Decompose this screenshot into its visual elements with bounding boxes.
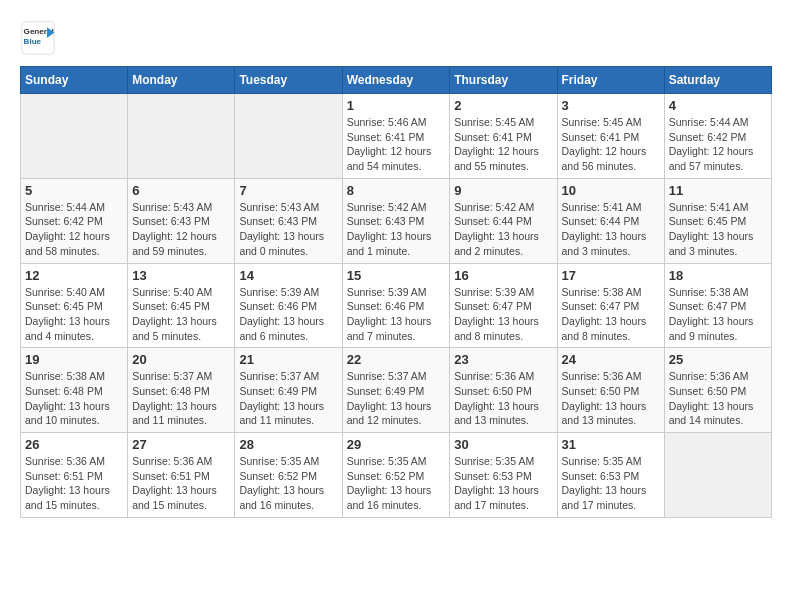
day-info: Sunrise: 5:36 AM Sunset: 6:50 PM Dayligh…	[562, 369, 660, 428]
day-info: Sunrise: 5:38 AM Sunset: 6:47 PM Dayligh…	[562, 285, 660, 344]
day-number: 26	[25, 437, 123, 452]
day-number: 18	[669, 268, 767, 283]
calendar-cell: 16Sunrise: 5:39 AM Sunset: 6:47 PM Dayli…	[450, 263, 557, 348]
calendar-cell	[128, 94, 235, 179]
calendar-cell: 24Sunrise: 5:36 AM Sunset: 6:50 PM Dayli…	[557, 348, 664, 433]
calendar-cell	[664, 433, 771, 518]
day-number: 28	[239, 437, 337, 452]
day-info: Sunrise: 5:36 AM Sunset: 6:50 PM Dayligh…	[454, 369, 552, 428]
day-info: Sunrise: 5:35 AM Sunset: 6:52 PM Dayligh…	[239, 454, 337, 513]
day-number: 8	[347, 183, 446, 198]
header-tuesday: Tuesday	[235, 67, 342, 94]
header-monday: Monday	[128, 67, 235, 94]
calendar-cell: 25Sunrise: 5:36 AM Sunset: 6:50 PM Dayli…	[664, 348, 771, 433]
day-number: 2	[454, 98, 552, 113]
calendar-cell: 19Sunrise: 5:38 AM Sunset: 6:48 PM Dayli…	[21, 348, 128, 433]
day-number: 11	[669, 183, 767, 198]
day-number: 31	[562, 437, 660, 452]
calendar-cell: 11Sunrise: 5:41 AM Sunset: 6:45 PM Dayli…	[664, 178, 771, 263]
calendar-cell: 14Sunrise: 5:39 AM Sunset: 6:46 PM Dayli…	[235, 263, 342, 348]
header-wednesday: Wednesday	[342, 67, 450, 94]
day-number: 1	[347, 98, 446, 113]
day-info: Sunrise: 5:45 AM Sunset: 6:41 PM Dayligh…	[454, 115, 552, 174]
header-friday: Friday	[557, 67, 664, 94]
svg-text:Blue: Blue	[24, 37, 42, 46]
day-info: Sunrise: 5:44 AM Sunset: 6:42 PM Dayligh…	[669, 115, 767, 174]
header-thursday: Thursday	[450, 67, 557, 94]
day-number: 10	[562, 183, 660, 198]
day-info: Sunrise: 5:39 AM Sunset: 6:46 PM Dayligh…	[239, 285, 337, 344]
calendar-cell: 27Sunrise: 5:36 AM Sunset: 6:51 PM Dayli…	[128, 433, 235, 518]
calendar-week-1: 1Sunrise: 5:46 AM Sunset: 6:41 PM Daylig…	[21, 94, 772, 179]
calendar-cell: 20Sunrise: 5:37 AM Sunset: 6:48 PM Dayli…	[128, 348, 235, 433]
calendar-cell: 1Sunrise: 5:46 AM Sunset: 6:41 PM Daylig…	[342, 94, 450, 179]
day-number: 17	[562, 268, 660, 283]
day-number: 9	[454, 183, 552, 198]
day-info: Sunrise: 5:42 AM Sunset: 6:43 PM Dayligh…	[347, 200, 446, 259]
day-info: Sunrise: 5:37 AM Sunset: 6:49 PM Dayligh…	[347, 369, 446, 428]
header-saturday: Saturday	[664, 67, 771, 94]
logo: General Blue	[20, 20, 60, 56]
calendar-table: SundayMondayTuesdayWednesdayThursdayFrid…	[20, 66, 772, 518]
calendar-cell: 29Sunrise: 5:35 AM Sunset: 6:52 PM Dayli…	[342, 433, 450, 518]
day-number: 3	[562, 98, 660, 113]
day-number: 5	[25, 183, 123, 198]
logo-icon: General Blue	[20, 20, 56, 56]
calendar-cell: 21Sunrise: 5:37 AM Sunset: 6:49 PM Dayli…	[235, 348, 342, 433]
calendar-cell: 3Sunrise: 5:45 AM Sunset: 6:41 PM Daylig…	[557, 94, 664, 179]
day-number: 16	[454, 268, 552, 283]
calendar-cell	[235, 94, 342, 179]
calendar-header-row: SundayMondayTuesdayWednesdayThursdayFrid…	[21, 67, 772, 94]
day-number: 29	[347, 437, 446, 452]
calendar-cell: 17Sunrise: 5:38 AM Sunset: 6:47 PM Dayli…	[557, 263, 664, 348]
day-info: Sunrise: 5:35 AM Sunset: 6:53 PM Dayligh…	[454, 454, 552, 513]
calendar-cell: 15Sunrise: 5:39 AM Sunset: 6:46 PM Dayli…	[342, 263, 450, 348]
day-number: 25	[669, 352, 767, 367]
day-info: Sunrise: 5:42 AM Sunset: 6:44 PM Dayligh…	[454, 200, 552, 259]
day-info: Sunrise: 5:37 AM Sunset: 6:49 PM Dayligh…	[239, 369, 337, 428]
day-info: Sunrise: 5:38 AM Sunset: 6:48 PM Dayligh…	[25, 369, 123, 428]
header-sunday: Sunday	[21, 67, 128, 94]
day-info: Sunrise: 5:43 AM Sunset: 6:43 PM Dayligh…	[132, 200, 230, 259]
calendar-cell: 26Sunrise: 5:36 AM Sunset: 6:51 PM Dayli…	[21, 433, 128, 518]
calendar-cell: 13Sunrise: 5:40 AM Sunset: 6:45 PM Dayli…	[128, 263, 235, 348]
day-info: Sunrise: 5:44 AM Sunset: 6:42 PM Dayligh…	[25, 200, 123, 259]
calendar-cell: 28Sunrise: 5:35 AM Sunset: 6:52 PM Dayli…	[235, 433, 342, 518]
day-info: Sunrise: 5:38 AM Sunset: 6:47 PM Dayligh…	[669, 285, 767, 344]
day-number: 6	[132, 183, 230, 198]
day-number: 27	[132, 437, 230, 452]
calendar-week-5: 26Sunrise: 5:36 AM Sunset: 6:51 PM Dayli…	[21, 433, 772, 518]
day-info: Sunrise: 5:35 AM Sunset: 6:52 PM Dayligh…	[347, 454, 446, 513]
page-header: General Blue	[20, 20, 772, 56]
calendar-cell: 5Sunrise: 5:44 AM Sunset: 6:42 PM Daylig…	[21, 178, 128, 263]
calendar-cell: 4Sunrise: 5:44 AM Sunset: 6:42 PM Daylig…	[664, 94, 771, 179]
day-number: 4	[669, 98, 767, 113]
calendar-cell: 2Sunrise: 5:45 AM Sunset: 6:41 PM Daylig…	[450, 94, 557, 179]
day-number: 30	[454, 437, 552, 452]
calendar-week-3: 12Sunrise: 5:40 AM Sunset: 6:45 PM Dayli…	[21, 263, 772, 348]
day-info: Sunrise: 5:40 AM Sunset: 6:45 PM Dayligh…	[132, 285, 230, 344]
day-number: 22	[347, 352, 446, 367]
day-number: 19	[25, 352, 123, 367]
calendar-cell: 7Sunrise: 5:43 AM Sunset: 6:43 PM Daylig…	[235, 178, 342, 263]
calendar-cell: 9Sunrise: 5:42 AM Sunset: 6:44 PM Daylig…	[450, 178, 557, 263]
day-info: Sunrise: 5:36 AM Sunset: 6:51 PM Dayligh…	[132, 454, 230, 513]
day-info: Sunrise: 5:36 AM Sunset: 6:50 PM Dayligh…	[669, 369, 767, 428]
day-number: 14	[239, 268, 337, 283]
day-info: Sunrise: 5:46 AM Sunset: 6:41 PM Dayligh…	[347, 115, 446, 174]
day-number: 12	[25, 268, 123, 283]
day-info: Sunrise: 5:39 AM Sunset: 6:46 PM Dayligh…	[347, 285, 446, 344]
day-info: Sunrise: 5:45 AM Sunset: 6:41 PM Dayligh…	[562, 115, 660, 174]
day-info: Sunrise: 5:43 AM Sunset: 6:43 PM Dayligh…	[239, 200, 337, 259]
day-info: Sunrise: 5:40 AM Sunset: 6:45 PM Dayligh…	[25, 285, 123, 344]
day-number: 15	[347, 268, 446, 283]
calendar-cell: 6Sunrise: 5:43 AM Sunset: 6:43 PM Daylig…	[128, 178, 235, 263]
calendar-week-4: 19Sunrise: 5:38 AM Sunset: 6:48 PM Dayli…	[21, 348, 772, 433]
day-number: 24	[562, 352, 660, 367]
day-number: 7	[239, 183, 337, 198]
day-info: Sunrise: 5:41 AM Sunset: 6:45 PM Dayligh…	[669, 200, 767, 259]
calendar-cell: 22Sunrise: 5:37 AM Sunset: 6:49 PM Dayli…	[342, 348, 450, 433]
calendar-cell: 8Sunrise: 5:42 AM Sunset: 6:43 PM Daylig…	[342, 178, 450, 263]
calendar-cell: 10Sunrise: 5:41 AM Sunset: 6:44 PM Dayli…	[557, 178, 664, 263]
day-number: 13	[132, 268, 230, 283]
